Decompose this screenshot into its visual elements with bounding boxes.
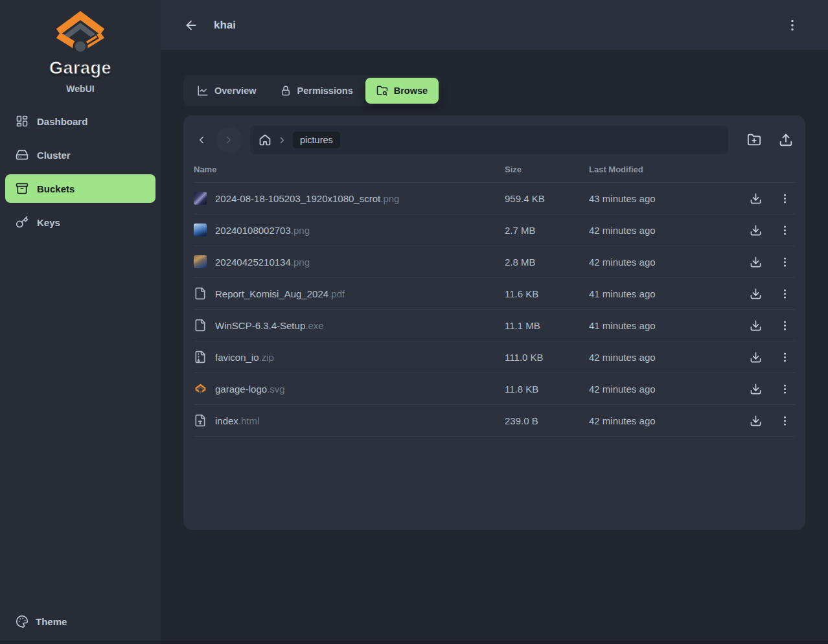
kebab-menu-icon[interactable] [779, 288, 791, 300]
file-modified: 43 minutes ago [589, 193, 738, 204]
new-folder-button[interactable] [747, 133, 761, 147]
file-size: 959.4 KB [505, 193, 589, 204]
file-size: 2.8 MB [505, 257, 589, 268]
image-thumbnail [194, 192, 207, 205]
tab-permissions[interactable]: Permissions [269, 78, 364, 104]
file-modified: 42 minutes ago [589, 352, 738, 363]
back-button[interactable] [184, 18, 198, 32]
tab-browse[interactable]: Browse [365, 78, 439, 104]
archive-box-icon [16, 182, 29, 195]
browser-toolbar: pictures [194, 126, 795, 154]
file-size: 111.0 KB [505, 352, 589, 363]
chevron-left-icon [196, 134, 207, 146]
file-size: 11.6 KB [505, 288, 589, 299]
folder-search-icon [376, 85, 388, 97]
table-row[interactable]: 20240108002703.png 2.7 MB 42 minutes ago [194, 214, 795, 246]
image-thumbnail [194, 255, 207, 268]
file-modified: 41 minutes ago [589, 320, 738, 331]
tab-label: Browse [394, 86, 428, 96]
sidebar-item-buckets[interactable]: Buckets [5, 174, 155, 203]
kebab-menu-icon[interactable] [779, 351, 791, 363]
sidebar-item-dashboard[interactable]: Dashboard [5, 107, 155, 135]
nav-forward-button[interactable] [216, 127, 242, 153]
theme-label: Theme [36, 616, 67, 627]
file-modified: 42 minutes ago [589, 415, 738, 426]
sidebar-item-label: Keys [37, 217, 60, 228]
kebab-menu-icon[interactable] [779, 319, 791, 332]
window-bottom-edge [0, 641, 828, 644]
table-header: Name Size Last Modified [194, 154, 795, 183]
chevron-right-icon [223, 134, 235, 146]
file-name: index.html [215, 415, 259, 426]
lock-icon [280, 85, 292, 97]
table-row[interactable]: 20240425210134.png 2.8 MB 42 minutes ago [194, 246, 795, 278]
image-thumbnail [194, 224, 207, 236]
table-row[interactable]: favicon_io.zip 111.0 KB 42 minutes ago [194, 341, 795, 373]
app-title: Garage [49, 58, 111, 78]
kebab-menu-icon[interactable] [785, 18, 799, 32]
download-icon[interactable] [750, 319, 762, 332]
file-size: 2.7 MB [505, 225, 589, 236]
tab-overview[interactable]: Overview [186, 78, 268, 104]
file-name: 2024-08-18-105203_1920x1080_scrot.png [215, 193, 399, 204]
sidebar: Garage WebUI Dashboard Cluster Buckets K… [0, 0, 161, 644]
breadcrumb: pictures [250, 126, 728, 154]
download-icon[interactable] [750, 415, 762, 427]
download-icon[interactable] [750, 288, 762, 300]
chart-line-icon [197, 85, 209, 97]
browser-card: pictures Name Size Last Modified 2024-08… [183, 115, 805, 530]
upload-button[interactable] [779, 133, 793, 147]
file-icon [194, 319, 207, 332]
file-name: WinSCP-6.3.4-Setup.exe [215, 320, 324, 331]
kebab-menu-icon[interactable] [779, 192, 791, 205]
file-size: 11.1 MB [505, 320, 589, 331]
download-icon[interactable] [750, 256, 762, 268]
sidebar-item-label: Buckets [37, 183, 75, 194]
table-row[interactable]: garage-logo.svg 11.8 KB 42 minutes ago [194, 373, 795, 405]
sidebar-item-label: Dashboard [37, 116, 87, 127]
download-icon[interactable] [750, 224, 762, 236]
kebab-menu-icon[interactable] [779, 224, 791, 236]
main-area: khai Overview Permissions Browse [161, 0, 828, 644]
file-modified: 42 minutes ago [589, 384, 738, 395]
column-header-name: Name [194, 165, 505, 174]
file-size: 11.8 KB [505, 384, 589, 395]
sidebar-item-label: Cluster [37, 150, 71, 161]
file-name: favicon_io.zip [215, 352, 274, 363]
kebab-menu-icon[interactable] [779, 383, 791, 395]
home-icon[interactable] [259, 133, 271, 146]
download-icon[interactable] [750, 383, 762, 395]
file-modified: 42 minutes ago [589, 257, 738, 268]
tab-label: Permissions [297, 86, 353, 96]
tab-label: Overview [214, 86, 257, 96]
table-row[interactable]: 2024-08-18-105203_1920x1080_scrot.png 95… [194, 183, 795, 214]
download-icon[interactable] [750, 192, 762, 205]
kebab-menu-icon[interactable] [779, 415, 791, 427]
app-subtitle: WebUI [66, 84, 94, 94]
page-title: khai [214, 19, 236, 32]
key-icon [16, 216, 29, 229]
breadcrumb-segment[interactable]: pictures [293, 132, 340, 148]
file-archive-icon [194, 351, 207, 363]
bucket-tabs: Overview Permissions Browse [183, 75, 441, 106]
column-header-size: Size [505, 165, 589, 174]
table-row[interactable]: Report_Komisi_Aug_2024.pdf 11.6 KB 41 mi… [194, 278, 795, 310]
table-row[interactable]: WinSCP-6.3.4-Setup.exe 11.1 MB 41 minute… [194, 310, 795, 341]
kebab-menu-icon[interactable] [779, 256, 791, 268]
topbar: khai [161, 0, 828, 50]
sidebar-item-keys[interactable]: Keys [5, 208, 155, 236]
nav-back-button[interactable] [194, 127, 209, 153]
file-size: 239.0 B [505, 415, 589, 426]
sidebar-nav: Dashboard Cluster Buckets Keys [0, 107, 161, 236]
garage-logo-icon [53, 8, 108, 57]
file-name: Report_Komisi_Aug_2024.pdf [215, 288, 345, 299]
sidebar-item-cluster[interactable]: Cluster [5, 141, 155, 169]
download-icon[interactable] [750, 351, 762, 363]
theme-toggle[interactable]: Theme [16, 607, 145, 636]
table-row[interactable]: index.html 239.0 B 42 minutes ago [194, 405, 795, 437]
file-modified: 41 minutes ago [589, 288, 738, 299]
column-header-modified: Last Modified [589, 165, 738, 174]
toolbar-actions [747, 133, 795, 147]
palette-icon [16, 615, 29, 628]
file-name: 20240108002703.png [215, 225, 310, 236]
